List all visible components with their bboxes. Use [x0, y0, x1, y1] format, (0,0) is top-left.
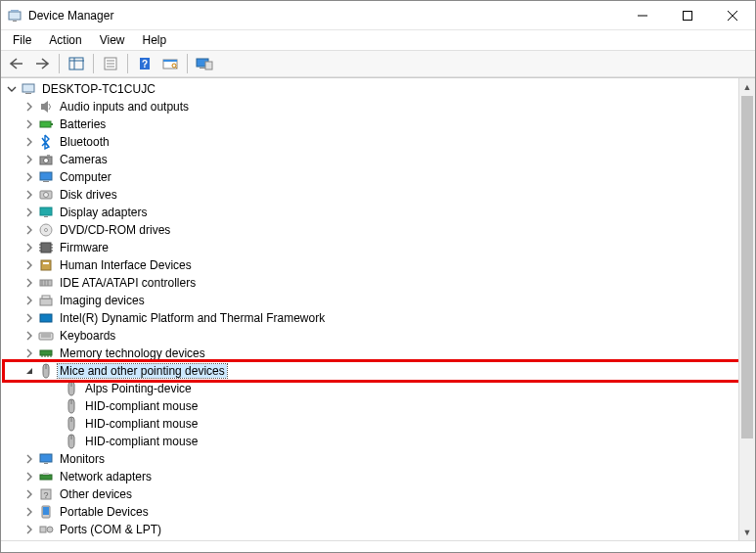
menu-view[interactable]: View: [92, 31, 133, 49]
svg-rect-30: [47, 155, 50, 157]
svg-rect-32: [43, 181, 49, 182]
expander-icon[interactable]: [22, 135, 36, 149]
tree-node-label: Disk drives: [58, 188, 119, 202]
tree-category-node[interactable]: Keyboards: [5, 327, 738, 345]
expander-icon[interactable]: [22, 258, 36, 272]
svg-point-77: [47, 527, 53, 532]
tree-node-label: Firmware: [58, 241, 111, 254]
tree-category-node[interactable]: Intel(R) Dynamic Platform and Thermal Fr…: [5, 309, 738, 327]
ide-icon: [38, 275, 54, 291]
maximize-button[interactable]: [665, 1, 710, 30]
expander-icon[interactable]: [22, 523, 36, 536]
menu-file[interactable]: File: [5, 31, 39, 49]
chip-icon: [38, 240, 54, 255]
device-tree[interactable]: DESKTOP-TC1CUJCAudio inputs and outputsB…: [1, 78, 738, 540]
vertical-scrollbar[interactable]: ▲ ▼: [738, 78, 755, 540]
tree-device-node[interactable]: HID-compliant mouse: [5, 415, 738, 433]
expander-icon[interactable]: [22, 170, 36, 184]
expander-icon[interactable]: [22, 329, 36, 343]
scroll-down-button[interactable]: ▼: [739, 524, 755, 540]
minimize-button[interactable]: [620, 1, 665, 30]
mouse-icon: [64, 416, 79, 432]
tree-node-label: Imaging devices: [58, 294, 147, 307]
show-hide-tree-button[interactable]: [65, 53, 88, 74]
tree-category-node[interactable]: IDE ATA/ATAPI controllers: [5, 274, 738, 292]
window-title: Device Manager: [28, 9, 620, 23]
menu-help[interactable]: Help: [135, 31, 175, 49]
svg-rect-2: [13, 21, 17, 22]
menu-action[interactable]: Action: [41, 31, 89, 49]
tree-category-node[interactable]: Cameras: [5, 151, 738, 168]
tree-device-node[interactable]: HID-compliant mouse: [5, 397, 738, 415]
svg-rect-1: [11, 10, 19, 12]
scroll-up-button[interactable]: ▲: [739, 78, 755, 95]
tree-category-node[interactable]: Computer: [5, 168, 738, 186]
expander-icon[interactable]: [22, 452, 36, 466]
forward-button[interactable]: [30, 53, 54, 74]
disk-icon: [38, 187, 54, 203]
tree-root-node[interactable]: DESKTOP-TC1CUJC: [5, 80, 738, 98]
devices-view-button[interactable]: [193, 53, 216, 74]
expander-icon[interactable]: [22, 364, 36, 378]
expander-icon[interactable]: [22, 487, 36, 501]
expander-icon[interactable]: [5, 82, 19, 96]
tree-category-node[interactable]: Audio inputs and outputs: [5, 98, 738, 115]
help-button[interactable]: ?: [133, 53, 156, 74]
tree-category-node[interactable]: Bluetooth: [5, 133, 738, 151]
svg-rect-39: [41, 243, 51, 253]
tree-category-node[interactable]: Mice and other pointing devices: [5, 362, 738, 380]
expander-icon[interactable]: [22, 276, 36, 290]
expander-icon[interactable]: [22, 241, 36, 254]
expander-icon[interactable]: [22, 153, 36, 166]
toolbar-separator: [93, 54, 94, 73]
tree-category-node[interactable]: Ports (COM & LPT): [5, 521, 738, 538]
expander-icon[interactable]: [22, 223, 36, 237]
portable-icon: [38, 504, 54, 520]
scrollbar-thumb[interactable]: [741, 96, 753, 438]
svg-rect-24: [25, 93, 31, 94]
tree-category-node[interactable]: Network adapters: [5, 468, 738, 485]
close-button[interactable]: [710, 1, 755, 30]
tree-category-node[interactable]: Human Interface Devices: [5, 256, 738, 274]
tree-category-node[interactable]: Firmware: [5, 239, 738, 256]
expander-icon[interactable]: [22, 206, 36, 219]
tree-node-label: DESKTOP-TC1CUJC: [40, 82, 157, 96]
expander-icon[interactable]: [22, 346, 36, 360]
expander-icon[interactable]: [22, 294, 36, 307]
expander-icon[interactable]: [22, 117, 36, 131]
mouse-icon: [64, 434, 79, 449]
tree-category-node[interactable]: DVD/CD-ROM drives: [5, 221, 738, 239]
svg-rect-75: [43, 507, 49, 515]
expander-icon[interactable]: [22, 188, 36, 202]
tree-category-node[interactable]: Batteries: [5, 115, 738, 133]
svg-rect-31: [40, 172, 52, 180]
tree-device-node[interactable]: HID-compliant mouse: [5, 433, 738, 450]
tree-category-node[interactable]: ?Other devices: [5, 485, 738, 503]
expander-icon[interactable]: [22, 311, 36, 325]
tree-category-node[interactable]: Monitors: [5, 450, 738, 468]
window-controls: [620, 1, 755, 30]
tree-node-label: Other devices: [58, 487, 134, 501]
tree-node-label: Batteries: [58, 117, 108, 131]
bluetooth-icon: [38, 134, 54, 150]
ports-icon: [38, 522, 54, 537]
tree-node-label: HID-compliant mouse: [83, 399, 200, 413]
computer-root-icon: [21, 81, 36, 97]
toolbar-separator: [187, 54, 188, 73]
back-button[interactable]: [5, 53, 28, 74]
dvd-icon: [38, 222, 54, 238]
expander-icon[interactable]: [22, 470, 36, 484]
svg-rect-70: [40, 475, 52, 480]
tree-node-label: HID-compliant mouse: [83, 417, 200, 431]
tree-node-label: Keyboards: [58, 329, 117, 343]
tree-category-node[interactable]: Imaging devices: [5, 292, 738, 309]
tree-node-label: Alps Pointing-device: [83, 382, 194, 395]
tree-category-node[interactable]: Disk drives: [5, 186, 738, 204]
tree-node-label: Computer: [58, 170, 113, 184]
expander-icon[interactable]: [22, 505, 36, 519]
properties-button[interactable]: [99, 53, 122, 74]
tree-category-node[interactable]: Display adapters: [5, 204, 738, 221]
scan-hardware-button[interactable]: [158, 53, 182, 74]
tree-category-node[interactable]: Portable Devices: [5, 503, 738, 521]
expander-icon[interactable]: [22, 100, 36, 114]
